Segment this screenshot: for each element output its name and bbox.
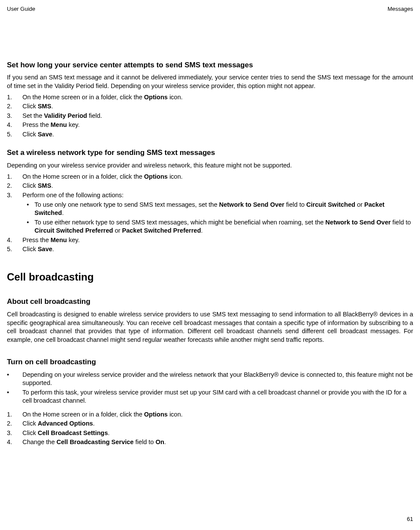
sub-bullets: To use only one network type to send SMS…	[22, 201, 413, 235]
step-item: Click Advanced Options.	[7, 420, 413, 428]
page-number: 61	[407, 515, 413, 523]
step-item: Click SMS.	[7, 182, 413, 190]
steps-list: On the Home screen or in a folder, click…	[7, 173, 413, 254]
header-right: Messages	[388, 5, 413, 13]
section-heading-network-type: Set a wireless network type for sending …	[7, 148, 413, 158]
step-item: On the Home screen or in a folder, click…	[7, 93, 413, 102]
page-header: User Guide Messages	[7, 5, 413, 13]
paragraph: Cell broadcasting is designed to enable …	[7, 310, 413, 344]
section-heading-validity: Set how long your service center attempt…	[7, 60, 413, 70]
section-intro: Depending on your wireless service provi…	[7, 161, 413, 170]
section-intro: If you send an SMS text message and it c…	[7, 73, 413, 90]
bullet-item: To use either network type to send SMS t…	[22, 218, 413, 235]
note-item: Depending on your wireless service provi…	[7, 371, 413, 388]
step-item: Click Save.	[7, 130, 413, 139]
step-item: On the Home screen or in a folder, click…	[7, 173, 413, 181]
step-item: Click Cell Broadcast Settings.	[7, 429, 413, 438]
step-item: On the Home screen or in a folder, click…	[7, 410, 413, 419]
step-item: Press the Menu key.	[7, 236, 413, 245]
note-item: To perform this task, your wireless serv…	[7, 388, 413, 405]
subheading-turn-on: Turn on cell broadcasting	[7, 357, 413, 367]
step-item: Change the Cell Broadcasting Service fie…	[7, 438, 413, 447]
step-item: Perform one of the following actions: To…	[7, 191, 413, 235]
step-item: Set the Validity Period field.	[7, 112, 413, 120]
bullet-item: To use only one network type to send SMS…	[22, 201, 413, 218]
heading-cell-broadcasting: Cell broadcasting	[7, 270, 413, 284]
subheading-about: About cell broadcasting	[7, 297, 413, 307]
steps-list: On the Home screen or in a folder, click…	[7, 93, 413, 139]
step-item: Click Save.	[7, 245, 413, 254]
step-item: Press the Menu key.	[7, 121, 413, 129]
header-left: User Guide	[7, 5, 35, 13]
steps-list: On the Home screen or in a folder, click…	[7, 410, 413, 447]
step-item: Click SMS.	[7, 102, 413, 111]
notes-list: Depending on your wireless service provi…	[7, 371, 413, 405]
